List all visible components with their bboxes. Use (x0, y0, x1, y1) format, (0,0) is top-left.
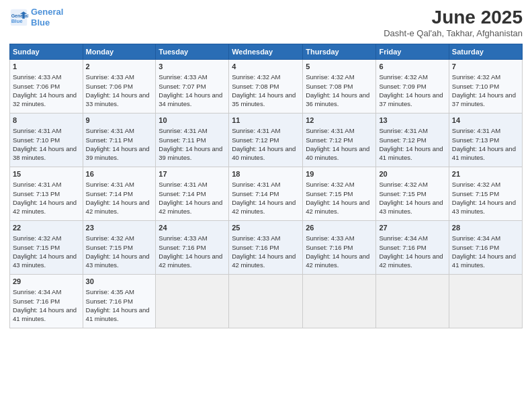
sunset-label: Sunset: 7:16 PM (232, 244, 279, 251)
sunset-label: Sunset: 7:13 PM (452, 136, 499, 144)
day-cell: 6Sunrise: 4:32 AMSunset: 7:09 PMDaylight… (376, 60, 449, 113)
daylight-label: Daylight: 14 hours and 42 minutes. (306, 253, 369, 269)
day-cell: 23Sunrise: 4:32 AMSunset: 7:15 PMDayligh… (83, 221, 156, 275)
sunrise-label: Sunrise: 4:35 AM (86, 288, 134, 295)
sunset-label: Sunset: 7:06 PM (86, 83, 133, 90)
sunset-label: Sunset: 7:13 PM (13, 190, 60, 197)
day-number: 15 (13, 169, 80, 179)
col-monday: Monday (83, 44, 156, 60)
daylight-label: Daylight: 14 hours and 43 minutes. (86, 253, 150, 269)
sunrise-label: Sunrise: 4:32 AM (452, 73, 500, 81)
sunrise-label: Sunrise: 4:31 AM (86, 127, 134, 134)
day-number: 2 (86, 62, 153, 72)
sunrise-label: Sunrise: 4:32 AM (13, 234, 61, 242)
daylight-label: Daylight: 14 hours and 42 minutes. (86, 199, 150, 215)
day-number: 3 (159, 62, 226, 72)
daylight-label: Daylight: 14 hours and 37 minutes. (452, 91, 516, 107)
daylight-label: Daylight: 14 hours and 42 minutes. (232, 253, 296, 269)
daylight-label: Daylight: 14 hours and 43 minutes. (379, 199, 443, 215)
day-cell: 1Sunrise: 4:33 AMSunset: 7:06 PMDaylight… (10, 60, 83, 113)
day-cell (303, 275, 376, 328)
week-row-3: 15Sunrise: 4:31 AMSunset: 7:13 PMDayligh… (10, 167, 523, 221)
sunset-label: Sunset: 7:12 PM (232, 136, 279, 144)
sunset-label: Sunset: 7:16 PM (452, 244, 499, 251)
sunset-label: Sunset: 7:14 PM (232, 190, 279, 197)
daylight-label: Daylight: 14 hours and 42 minutes. (13, 199, 77, 215)
daylight-label: Daylight: 14 hours and 42 minutes. (306, 199, 369, 215)
day-number: 27 (379, 223, 445, 233)
sunrise-label: Sunrise: 4:33 AM (306, 234, 354, 242)
sunrise-label: Sunrise: 4:34 AM (452, 234, 500, 242)
sunset-label: Sunset: 7:16 PM (159, 244, 206, 251)
daylight-label: Daylight: 14 hours and 43 minutes. (13, 253, 77, 269)
daylight-label: Daylight: 14 hours and 33 minutes. (86, 91, 150, 107)
sunset-label: Sunset: 7:08 PM (306, 83, 353, 90)
day-cell: 13Sunrise: 4:31 AMSunset: 7:12 PMDayligh… (376, 113, 449, 167)
day-number: 22 (13, 223, 80, 233)
day-cell: 18Sunrise: 4:31 AMSunset: 7:14 PMDayligh… (229, 167, 303, 221)
col-sunday: Sunday (10, 44, 83, 60)
daylight-label: Daylight: 14 hours and 41 minutes. (86, 306, 150, 322)
sunset-label: Sunset: 7:16 PM (13, 298, 60, 305)
sunset-label: Sunset: 7:15 PM (379, 190, 426, 197)
day-number: 11 (232, 116, 300, 126)
daylight-label: Daylight: 14 hours and 40 minutes. (306, 145, 369, 161)
daylight-label: Daylight: 14 hours and 35 minutes. (232, 91, 296, 107)
daylight-label: Daylight: 14 hours and 43 minutes. (452, 199, 516, 215)
svg-text:General: General (11, 13, 28, 18)
calendar-table: Sunday Monday Tuesday Wednesday Thursday… (9, 44, 523, 328)
sunset-label: Sunset: 7:10 PM (452, 83, 499, 90)
sunset-label: Sunset: 7:16 PM (379, 244, 426, 251)
sunset-label: Sunset: 7:06 PM (13, 83, 60, 90)
sunset-label: Sunset: 7:11 PM (159, 136, 206, 144)
col-thursday: Thursday (303, 44, 376, 60)
sunset-label: Sunset: 7:16 PM (306, 244, 353, 251)
sunrise-label: Sunrise: 4:31 AM (13, 181, 61, 188)
location-title: Dasht-e Qal'ah, Takhar, Afghanistan (384, 28, 523, 38)
day-cell: 2Sunrise: 4:33 AMSunset: 7:06 PMDaylight… (83, 60, 156, 113)
day-cell: 30Sunrise: 4:35 AMSunset: 7:16 PMDayligh… (83, 275, 156, 328)
day-number: 21 (452, 169, 519, 179)
day-number: 30 (86, 277, 153, 287)
sunset-label: Sunset: 7:15 PM (13, 244, 60, 251)
sunrise-label: Sunrise: 4:34 AM (13, 288, 61, 295)
day-number: 17 (159, 169, 226, 179)
day-number: 8 (13, 116, 80, 126)
sunset-label: Sunset: 7:15 PM (86, 244, 133, 251)
daylight-label: Daylight: 14 hours and 37 minutes. (379, 91, 443, 107)
sunset-label: Sunset: 7:15 PM (452, 190, 499, 197)
sunrise-label: Sunrise: 4:32 AM (306, 73, 354, 81)
day-cell: 16Sunrise: 4:31 AMSunset: 7:14 PMDayligh… (83, 167, 156, 221)
day-number: 1 (13, 62, 80, 72)
sunrise-label: Sunrise: 4:32 AM (452, 181, 500, 188)
day-cell: 3Sunrise: 4:33 AMSunset: 7:07 PMDaylight… (156, 60, 229, 113)
sunset-label: Sunset: 7:09 PM (379, 83, 426, 90)
week-row-2: 8Sunrise: 4:31 AMSunset: 7:10 PMDaylight… (10, 113, 523, 167)
sunset-label: Sunset: 7:14 PM (159, 190, 206, 197)
daylight-label: Daylight: 14 hours and 32 minutes. (13, 91, 77, 107)
day-cell (449, 275, 522, 328)
sunrise-label: Sunrise: 4:33 AM (159, 73, 207, 81)
sunset-label: Sunset: 7:15 PM (306, 190, 353, 197)
day-cell: 22Sunrise: 4:32 AMSunset: 7:15 PMDayligh… (10, 221, 83, 275)
day-number: 28 (452, 223, 519, 233)
day-number: 5 (306, 62, 373, 72)
day-cell: 27Sunrise: 4:34 AMSunset: 7:16 PMDayligh… (376, 221, 449, 275)
day-number: 24 (159, 223, 226, 233)
sunrise-label: Sunrise: 4:32 AM (232, 73, 280, 81)
day-cell: 15Sunrise: 4:31 AMSunset: 7:13 PMDayligh… (10, 167, 83, 221)
day-cell: 4Sunrise: 4:32 AMSunset: 7:08 PMDaylight… (229, 60, 303, 113)
calendar-page: General Blue General Blue June 2025 Dash… (0, 0, 532, 411)
day-number: 20 (379, 169, 445, 179)
day-number: 9 (86, 116, 153, 126)
day-number: 4 (232, 62, 300, 72)
day-number: 14 (452, 116, 519, 126)
logo: General Blue General Blue (9, 7, 63, 28)
day-cell: 10Sunrise: 4:31 AMSunset: 7:11 PMDayligh… (156, 113, 229, 167)
day-cell: 8Sunrise: 4:31 AMSunset: 7:10 PMDaylight… (10, 113, 83, 167)
title-block: June 2025 Dasht-e Qal'ah, Takhar, Afghan… (384, 7, 523, 38)
day-cell: 19Sunrise: 4:32 AMSunset: 7:15 PMDayligh… (303, 167, 376, 221)
daylight-label: Daylight: 14 hours and 42 minutes. (379, 253, 443, 269)
sunrise-label: Sunrise: 4:31 AM (13, 127, 61, 134)
sunset-label: Sunset: 7:11 PM (86, 136, 133, 144)
